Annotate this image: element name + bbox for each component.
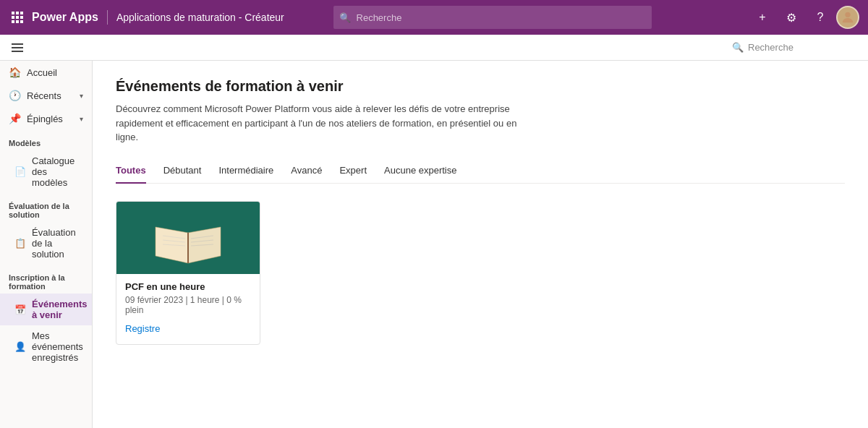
secondary-search-icon: 🔍 — [732, 42, 744, 53]
eval-section-header: Évaluation de la solution — [0, 193, 92, 222]
svg-rect-6 — [12, 20, 14, 23]
main-content: Événements de formation à venir Découvre… — [93, 61, 868, 428]
svg-point-9 — [845, 12, 850, 17]
add-button[interactable]: + — [749, 4, 775, 30]
avatar[interactable] — [836, 6, 859, 29]
sidebar: 🏠 Accueil 🕐 Récents ▾ 📌 Épinglés ▾ Modèl… — [0, 61, 93, 428]
tab-debutant[interactable]: Débutant — [163, 159, 202, 183]
brand-label: Power Apps — [32, 11, 98, 24]
tab-toutes[interactable]: Toutes — [116, 159, 146, 183]
catalog-icon: 📄 — [14, 166, 26, 177]
svg-rect-10 — [12, 43, 23, 45]
svg-rect-11 — [12, 47, 23, 48]
event-card-title: PCF en une heure — [125, 281, 251, 292]
eval-icon: 📋 — [14, 238, 26, 249]
sidebar-item-pinned[interactable]: 📌 Épinglés ▾ — [0, 107, 92, 130]
event-card-register-link[interactable]: Registre — [125, 323, 160, 334]
page-title: Événements de formation à venir — [116, 78, 845, 95]
tab-avance[interactable]: Avancé — [291, 159, 322, 183]
event-card-image — [116, 202, 260, 274]
tab-aucune-expertise[interactable]: Aucune expertise — [384, 159, 456, 183]
topnav-actions: + ⚙ ? — [749, 4, 859, 30]
nav-divider — [107, 10, 108, 25]
top-search-box[interactable]: 🔍 — [333, 6, 652, 29]
sidebar-recent-label: Récents — [27, 90, 61, 101]
page-description: Découvrez comment Microsoft Power Platfo… — [116, 102, 521, 145]
secondary-navigation: 🔍 — [0, 35, 868, 61]
home-icon: 🏠 — [9, 67, 21, 78]
help-button[interactable]: ? — [807, 4, 833, 30]
sidebar-item-eval[interactable]: 📋 Évaluation de la solution — [0, 222, 92, 265]
chevron-down-icon: ▾ — [80, 92, 83, 100]
svg-rect-5 — [20, 16, 23, 19]
sidebar-catalog-label: Catalogue des modèles — [32, 155, 83, 188]
event-card-body: PCF en une heure 09 février 2023 | 1 heu… — [116, 274, 260, 344]
settings-button[interactable]: ⚙ — [778, 4, 804, 30]
secondary-search-input[interactable] — [748, 42, 856, 53]
svg-rect-3 — [12, 16, 14, 19]
sidebar-home-label: Accueil — [27, 67, 57, 78]
search-icon: 🔍 — [339, 12, 351, 23]
top-navigation: Power Apps Applications de maturation - … — [0, 0, 868, 35]
tab-expert[interactable]: Expert — [339, 159, 367, 183]
sidebar-eval-label: Évaluation de la solution — [32, 227, 83, 260]
tab-intermediaire[interactable]: Intermédiaire — [218, 159, 273, 183]
models-section-header: Modèles — [0, 130, 92, 150]
svg-rect-8 — [20, 20, 23, 23]
sidebar-events-label: Événements à venir — [32, 299, 88, 320]
sidebar-my-events-label: Mes événements enregistrés — [32, 330, 83, 363]
secondary-search-box[interactable]: 🔍 — [732, 42, 856, 53]
breadcrumb: Applications de maturation - Créateur — [116, 12, 284, 23]
sidebar-pinned-label: Épinglés — [27, 114, 63, 124]
events-icon: 📅 — [14, 304, 26, 315]
top-search-input[interactable] — [333, 6, 652, 29]
events-grid: PCF en une heure 09 février 2023 | 1 heu… — [116, 201, 845, 345]
sidebar-item-catalog[interactable]: 📄 Catalogue des modèles — [0, 150, 92, 193]
svg-rect-2 — [20, 12, 23, 14]
grid-icon[interactable] — [9, 9, 26, 26]
my-events-icon: 👤 — [14, 341, 26, 352]
chevron-down-icon-2: ▾ — [80, 115, 83, 123]
sidebar-item-events[interactable]: 📅 Événements à venir — [0, 294, 92, 325]
inscription-section-header: Inscription à la formation — [0, 265, 92, 294]
clock-icon: 🕐 — [9, 90, 21, 101]
svg-rect-0 — [12, 12, 14, 14]
sidebar-item-recent[interactable]: 🕐 Récents ▾ — [0, 84, 92, 107]
svg-rect-4 — [16, 16, 19, 19]
sidebar-item-my-events[interactable]: 👤 Mes événements enregistrés — [0, 325, 92, 368]
hamburger-icon[interactable] — [12, 42, 23, 54]
svg-rect-7 — [16, 20, 19, 23]
svg-rect-1 — [16, 12, 19, 14]
tab-bar: Toutes Débutant Intermédiaire Avancé Exp… — [116, 159, 845, 184]
event-card-meta: 09 février 2023 | 1 heure | 0 % plein — [125, 295, 251, 315]
pin-icon: 📌 — [9, 113, 21, 124]
svg-rect-12 — [12, 51, 23, 52]
sidebar-item-home[interactable]: 🏠 Accueil — [0, 61, 92, 84]
event-card[interactable]: PCF en une heure 09 février 2023 | 1 heu… — [116, 201, 260, 345]
